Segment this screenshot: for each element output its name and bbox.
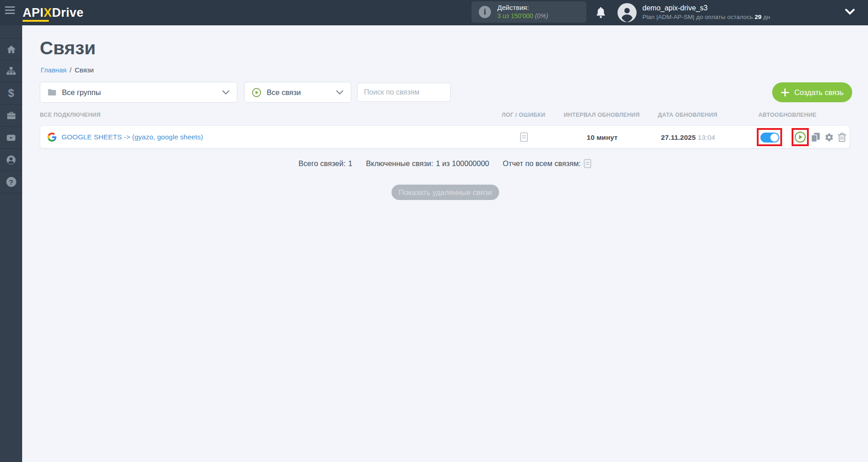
column-header-autoupdate: АВТООБНОВЛЕНИЕ [746, 112, 816, 118]
home-icon [6, 44, 16, 54]
groups-filter-select[interactable]: Все группы [40, 82, 237, 103]
google-icon [47, 133, 57, 142]
sidebar-item-youtube[interactable] [0, 127, 22, 149]
annotation-highlight-run-button [792, 128, 809, 146]
notifications-bell-icon[interactable] [595, 6, 607, 19]
play-circle-icon [252, 88, 261, 97]
help-icon: ? [6, 177, 16, 187]
user-menu-chevron-down-icon[interactable] [845, 9, 855, 17]
show-deleted-links-button[interactable]: Показать удаленные связи [392, 185, 499, 200]
top-header: APIXDrive i Действия: 3 из 150'000 (0%) … [0, 0, 868, 25]
chevron-down-icon [336, 90, 344, 95]
user-menu[interactable]: demo_apix-drive_s3 Plan |ADM-AP-SM| до о… [642, 4, 770, 21]
logo-x: X [44, 6, 52, 19]
column-header-update-date: ДАТА ОБНОВЛЕНИЯ [647, 112, 728, 118]
links-filter-value: Все связи [267, 88, 301, 97]
update-date: 27.11.2025 [661, 133, 696, 141]
breadcrumb-home-link[interactable]: Главная [41, 66, 66, 74]
annotation-highlight-toggle [757, 128, 782, 146]
connections-icon [6, 66, 16, 76]
user-days-left: 29 [755, 14, 761, 20]
actions-counter-box[interactable]: i Действия: 3 из 150'000 (0%) [472, 1, 586, 23]
actions-of: из [503, 12, 509, 19]
folder-icon [47, 88, 57, 96]
create-link-label: Создать связь [794, 88, 844, 97]
user-avatar[interactable] [618, 3, 637, 22]
breadcrumb-current: Связи [75, 66, 94, 74]
hamburger-menu-icon[interactable] [5, 6, 15, 14]
summary-enabled-label: Включенные связи: [366, 159, 434, 168]
dollar-icon: $ [8, 88, 14, 99]
youtube-icon [6, 133, 16, 143]
links-filter-select[interactable]: Все связи [244, 82, 351, 103]
sidebar-nav: $ ? [0, 25, 22, 462]
logo-api: API [23, 6, 44, 19]
summary-enabled-value: 1 из 100000000 [436, 159, 489, 168]
breadcrumb-separator: / [70, 66, 71, 74]
summary-enabled: Включенные связи: 1 из 100000000 [366, 159, 490, 168]
column-header-update-interval: ИНТЕРВАЛ ОБНОВЛЕНИЯ [559, 112, 645, 118]
apixdrive-logo[interactable]: APIXDrive [23, 5, 84, 21]
user-plan: Plan |ADM-AP-SM| до оплаты осталось 29 д… [642, 13, 770, 21]
sidebar-item-payments[interactable]: $ [0, 82, 22, 105]
summary-report: Отчет по всем связям: [503, 159, 591, 168]
summary-line: Всего связей: 1 Включенные связи: 1 из 1… [40, 159, 850, 168]
trash-icon[interactable] [837, 132, 847, 143]
sidebar-item-help[interactable]: ? [0, 171, 22, 193]
summary-report-label: Отчет по всем связям: [503, 159, 581, 168]
gear-icon[interactable] [824, 132, 834, 143]
actions-used: 3 [497, 12, 501, 19]
actions-counter-text: Действия: 3 из 150'000 (0%) [497, 4, 548, 20]
column-header-connections: ВСЕ ПОДКЛЮЧЕНИЯ [40, 112, 101, 118]
plus-icon [781, 88, 789, 97]
table-row: GOOGLE SHEETS -> (gyazo, google sheets) … [40, 125, 850, 148]
account-icon [6, 155, 16, 165]
update-date-value: 27.11.2025 13:04 [643, 133, 733, 142]
user-name: demo_apix-drive_s3 [642, 4, 770, 13]
sidebar-item-account[interactable] [0, 149, 22, 171]
report-document-icon[interactable] [584, 159, 591, 168]
create-link-button[interactable]: Создать связь [772, 82, 852, 102]
summary-total-label: Всего связей: [298, 159, 345, 168]
summary-total: Всего связей: 1 [298, 159, 352, 168]
actions-percent: (0%) [535, 12, 548, 19]
page-title: Связи [40, 38, 96, 59]
logo-drive: Drive [52, 6, 84, 19]
search-input[interactable] [357, 83, 451, 102]
logo-underline [23, 20, 49, 22]
apixdrive-app: APIXDrive i Действия: 3 из 150'000 (0%) … [0, 0, 868, 462]
log-document-icon[interactable] [520, 132, 528, 142]
summary-total-value: 1 [348, 159, 352, 168]
sidebar-item-home[interactable] [0, 38, 22, 60]
actions-limit: 150'000 [511, 12, 533, 19]
info-icon: i [479, 6, 491, 18]
sidebar-item-services[interactable] [0, 105, 22, 127]
update-time: 13:04 [698, 133, 715, 141]
briefcase-icon [6, 110, 16, 120]
sidebar-item-connections[interactable] [0, 60, 22, 82]
user-days-suffix: дн [763, 14, 770, 20]
copy-icon[interactable] [811, 132, 821, 143]
chevron-down-icon [222, 90, 230, 95]
groups-filter-value: Все группы [62, 88, 101, 97]
user-plan-prefix: Plan |ADM-AP-SM| до оплаты осталось [642, 14, 753, 20]
column-header-log-errors: ЛОГ / ОШИБКИ [496, 112, 551, 118]
actions-count: 3 из 150'000 (0%) [497, 12, 548, 20]
actions-label: Действия: [497, 4, 548, 12]
update-interval-value: 10 минут [575, 133, 629, 142]
connection-name-link[interactable]: GOOGLE SHEETS -> (gyazo, google sheets) [61, 133, 203, 141]
breadcrumb: Главная/Связи [41, 66, 94, 74]
